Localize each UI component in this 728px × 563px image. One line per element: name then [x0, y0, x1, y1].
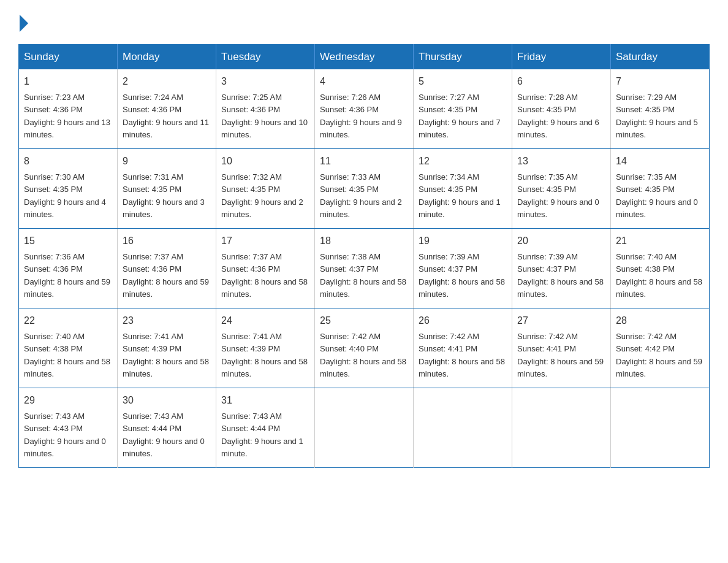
- day-info: Sunrise: 7:39 AMSunset: 4:37 PMDaylight:…: [419, 252, 505, 299]
- day-number: 17: [221, 234, 309, 248]
- day-info: Sunrise: 7:40 AMSunset: 4:38 PMDaylight:…: [24, 332, 110, 378]
- calendar-day-cell: 21 Sunrise: 7:40 AMSunset: 4:38 PMDaylig…: [611, 229, 710, 308]
- weekday-header-sunday: Sunday: [19, 45, 118, 70]
- weekday-header-thursday: Thursday: [414, 45, 512, 70]
- day-info: Sunrise: 7:38 AMSunset: 4:37 PMDaylight:…: [320, 252, 406, 299]
- day-number: 14: [616, 154, 704, 169]
- day-info: Sunrise: 7:42 AMSunset: 4:41 PMDaylight:…: [517, 332, 604, 378]
- calendar-day-cell: 15 Sunrise: 7:36 AMSunset: 4:36 PMDaylig…: [19, 229, 118, 308]
- day-info: Sunrise: 7:23 AMSunset: 4:36 PMDaylight:…: [24, 93, 110, 139]
- day-number: 28: [616, 313, 704, 328]
- calendar-day-cell: 31 Sunrise: 7:43 AMSunset: 4:44 PMDaylig…: [216, 388, 315, 468]
- day-number: 15: [24, 234, 112, 248]
- calendar-empty-cell: [414, 388, 512, 468]
- day-info: Sunrise: 7:43 AMSunset: 4:44 PMDaylight:…: [123, 412, 205, 458]
- calendar-week-row: 8 Sunrise: 7:30 AMSunset: 4:35 PMDayligh…: [19, 149, 710, 229]
- weekday-header-monday: Monday: [118, 45, 216, 70]
- day-number: 21: [616, 234, 704, 248]
- day-number: 16: [123, 234, 211, 248]
- calendar-empty-cell: [315, 388, 414, 468]
- day-number: 5: [419, 74, 507, 89]
- day-number: 27: [517, 313, 605, 328]
- calendar-day-cell: 25 Sunrise: 7:42 AMSunset: 4:40 PMDaylig…: [315, 308, 414, 388]
- day-number: 7: [616, 74, 704, 89]
- calendar-day-cell: 12 Sunrise: 7:34 AMSunset: 4:35 PMDaylig…: [414, 149, 512, 229]
- calendar-day-cell: 13 Sunrise: 7:35 AMSunset: 4:35 PMDaylig…: [512, 149, 611, 229]
- day-info: Sunrise: 7:36 AMSunset: 4:36 PMDaylight:…: [24, 252, 110, 299]
- calendar-day-cell: 2 Sunrise: 7:24 AMSunset: 4:36 PMDayligh…: [118, 69, 216, 149]
- calendar-week-row: 1 Sunrise: 7:23 AMSunset: 4:36 PMDayligh…: [19, 69, 710, 149]
- logo-arrow-icon: [20, 15, 28, 32]
- calendar-day-cell: 23 Sunrise: 7:41 AMSunset: 4:39 PMDaylig…: [118, 308, 216, 388]
- day-number: 11: [320, 154, 408, 169]
- day-number: 24: [221, 313, 309, 328]
- day-number: 25: [320, 313, 408, 328]
- day-info: Sunrise: 7:32 AMSunset: 4:35 PMDaylight:…: [221, 172, 303, 219]
- calendar-day-cell: 7 Sunrise: 7:29 AMSunset: 4:35 PMDayligh…: [611, 69, 710, 149]
- calendar-day-cell: 29 Sunrise: 7:43 AMSunset: 4:43 PMDaylig…: [19, 388, 118, 468]
- day-info: Sunrise: 7:42 AMSunset: 4:41 PMDaylight:…: [419, 332, 505, 378]
- day-info: Sunrise: 7:31 AMSunset: 4:35 PMDaylight:…: [123, 172, 205, 219]
- calendar-day-cell: 24 Sunrise: 7:41 AMSunset: 4:39 PMDaylig…: [216, 308, 315, 388]
- day-number: 19: [419, 234, 507, 248]
- day-info: Sunrise: 7:28 AMSunset: 4:35 PMDaylight:…: [517, 93, 599, 139]
- day-number: 12: [419, 154, 507, 169]
- day-info: Sunrise: 7:40 AMSunset: 4:38 PMDaylight:…: [616, 252, 702, 299]
- weekday-header-tuesday: Tuesday: [216, 45, 315, 70]
- calendar-day-cell: 11 Sunrise: 7:33 AMSunset: 4:35 PMDaylig…: [315, 149, 414, 229]
- calendar-table: SundayMondayTuesdayWednesdayThursdayFrid…: [18, 44, 710, 468]
- calendar-day-cell: 18 Sunrise: 7:38 AMSunset: 4:37 PMDaylig…: [315, 229, 414, 308]
- weekday-header-saturday: Saturday: [611, 45, 710, 70]
- day-number: 10: [221, 154, 309, 169]
- day-number: 31: [221, 393, 309, 408]
- calendar-empty-cell: [512, 388, 611, 468]
- day-info: Sunrise: 7:35 AMSunset: 4:35 PMDaylight:…: [616, 172, 698, 219]
- day-info: Sunrise: 7:42 AMSunset: 4:42 PMDaylight:…: [616, 332, 702, 378]
- day-info: Sunrise: 7:43 AMSunset: 4:43 PMDaylight:…: [24, 412, 106, 458]
- calendar-week-row: 15 Sunrise: 7:36 AMSunset: 4:36 PMDaylig…: [19, 229, 710, 308]
- calendar-day-cell: 5 Sunrise: 7:27 AMSunset: 4:35 PMDayligh…: [414, 69, 512, 149]
- calendar-day-cell: 19 Sunrise: 7:39 AMSunset: 4:37 PMDaylig…: [414, 229, 512, 308]
- day-info: Sunrise: 7:26 AMSunset: 4:36 PMDaylight:…: [320, 93, 402, 139]
- logo: [18, 12, 28, 32]
- day-number: 22: [24, 313, 112, 328]
- calendar-empty-cell: [611, 388, 710, 468]
- calendar-day-cell: 30 Sunrise: 7:43 AMSunset: 4:44 PMDaylig…: [118, 388, 216, 468]
- calendar-day-cell: 4 Sunrise: 7:26 AMSunset: 4:36 PMDayligh…: [315, 69, 414, 149]
- day-info: Sunrise: 7:37 AMSunset: 4:36 PMDaylight:…: [221, 252, 308, 299]
- calendar-day-cell: 22 Sunrise: 7:40 AMSunset: 4:38 PMDaylig…: [19, 308, 118, 388]
- day-number: 18: [320, 234, 408, 248]
- day-info: Sunrise: 7:24 AMSunset: 4:36 PMDaylight:…: [123, 93, 209, 139]
- day-number: 13: [517, 154, 605, 169]
- day-info: Sunrise: 7:39 AMSunset: 4:37 PMDaylight:…: [517, 252, 604, 299]
- calendar-day-cell: 20 Sunrise: 7:39 AMSunset: 4:37 PMDaylig…: [512, 229, 611, 308]
- day-info: Sunrise: 7:41 AMSunset: 4:39 PMDaylight:…: [221, 332, 308, 378]
- day-number: 26: [419, 313, 507, 328]
- calendar-day-cell: 16 Sunrise: 7:37 AMSunset: 4:36 PMDaylig…: [118, 229, 216, 308]
- day-info: Sunrise: 7:42 AMSunset: 4:40 PMDaylight:…: [320, 332, 406, 378]
- day-info: Sunrise: 7:25 AMSunset: 4:36 PMDaylight:…: [221, 93, 308, 139]
- page-header: [18, 12, 710, 32]
- day-info: Sunrise: 7:37 AMSunset: 4:36 PMDaylight:…: [123, 252, 209, 299]
- day-info: Sunrise: 7:35 AMSunset: 4:35 PMDaylight:…: [517, 172, 599, 219]
- calendar-day-cell: 8 Sunrise: 7:30 AMSunset: 4:35 PMDayligh…: [19, 149, 118, 229]
- calendar-day-cell: 3 Sunrise: 7:25 AMSunset: 4:36 PMDayligh…: [216, 69, 315, 149]
- day-info: Sunrise: 7:27 AMSunset: 4:35 PMDaylight:…: [419, 93, 501, 139]
- day-number: 1: [24, 74, 112, 89]
- day-info: Sunrise: 7:30 AMSunset: 4:35 PMDaylight:…: [24, 172, 106, 219]
- calendar-day-cell: 1 Sunrise: 7:23 AMSunset: 4:36 PMDayligh…: [19, 69, 118, 149]
- day-info: Sunrise: 7:33 AMSunset: 4:35 PMDaylight:…: [320, 172, 402, 219]
- weekday-header-friday: Friday: [512, 45, 611, 70]
- day-number: 6: [517, 74, 605, 89]
- day-number: 4: [320, 74, 408, 89]
- day-info: Sunrise: 7:41 AMSunset: 4:39 PMDaylight:…: [123, 332, 209, 378]
- calendar-day-cell: 27 Sunrise: 7:42 AMSunset: 4:41 PMDaylig…: [512, 308, 611, 388]
- calendar-day-cell: 17 Sunrise: 7:37 AMSunset: 4:36 PMDaylig…: [216, 229, 315, 308]
- calendar-week-row: 22 Sunrise: 7:40 AMSunset: 4:38 PMDaylig…: [19, 308, 710, 388]
- day-number: 3: [221, 74, 309, 89]
- calendar-day-cell: 26 Sunrise: 7:42 AMSunset: 4:41 PMDaylig…: [414, 308, 512, 388]
- day-info: Sunrise: 7:43 AMSunset: 4:44 PMDaylight:…: [221, 412, 303, 458]
- calendar-day-cell: 10 Sunrise: 7:32 AMSunset: 4:35 PMDaylig…: [216, 149, 315, 229]
- weekday-header-row: SundayMondayTuesdayWednesdayThursdayFrid…: [19, 45, 710, 70]
- day-number: 8: [24, 154, 112, 169]
